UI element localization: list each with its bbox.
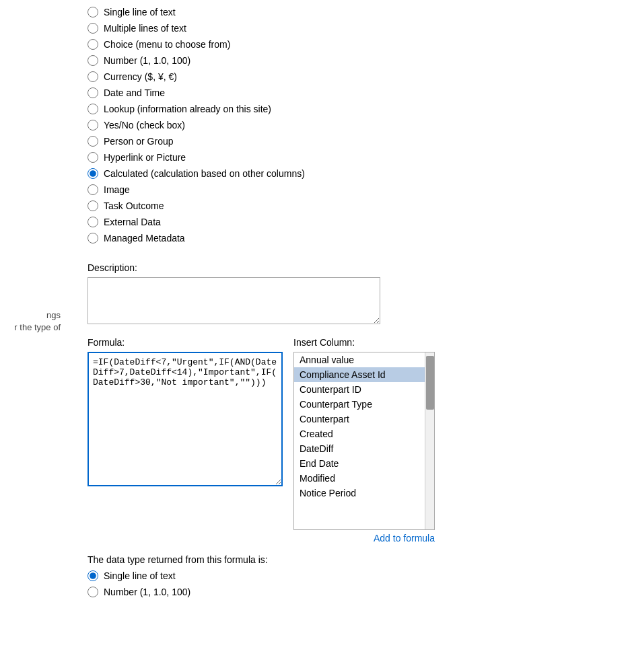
radio-hyperlink[interactable] bbox=[88, 152, 98, 163]
radio-item-number: Number (1, 1.0, 100) bbox=[88, 55, 630, 66]
return-type-section: The data type returned from this formula… bbox=[88, 554, 630, 597]
radio-external-label[interactable]: External Data bbox=[104, 217, 161, 227]
return-type-single: Single line of text bbox=[88, 570, 630, 581]
radio-currency-label[interactable]: Currency ($, ¥, €) bbox=[104, 71, 177, 82]
radio-item-hyperlink: Hyperlink or Picture bbox=[88, 152, 630, 163]
radio-image-label[interactable]: Image bbox=[104, 184, 130, 195]
radio-managed[interactable] bbox=[88, 233, 98, 244]
radio-currency[interactable] bbox=[88, 71, 98, 82]
return-number-label[interactable]: Number (1, 1.0, 100) bbox=[104, 587, 190, 597]
return-type-label: The data type returned from this formula… bbox=[88, 554, 630, 565]
insert-column-section: Insert Column: Annual value Compliance A… bbox=[293, 337, 435, 544]
radio-datetime[interactable] bbox=[88, 87, 98, 98]
sidebar-text: ngs r the type of bbox=[0, 309, 67, 334]
radio-yesno[interactable] bbox=[88, 120, 98, 130]
return-single-label[interactable]: Single line of text bbox=[104, 570, 176, 581]
listbox-item-annual[interactable]: Annual value bbox=[294, 352, 425, 367]
radio-item-single: Single line of text bbox=[88, 7, 630, 17]
radio-item-taskoutcome: Task Outcome bbox=[88, 200, 630, 211]
listbox-item-datediff[interactable]: DateDiff bbox=[294, 441, 425, 456]
radio-image[interactable] bbox=[88, 184, 98, 195]
formula-label: Formula: bbox=[88, 337, 283, 348]
add-to-formula-link[interactable]: Add to formula bbox=[374, 533, 435, 544]
listbox-items-container: Annual value Compliance Asset Id Counter… bbox=[294, 352, 425, 529]
formula-section: Formula: =IF(DateDiff<7,"Urgent",IF(AND(… bbox=[88, 337, 630, 544]
radio-item-multi: Multiple lines of text bbox=[88, 23, 630, 34]
radio-multi-line[interactable] bbox=[88, 23, 98, 34]
listbox-item-created[interactable]: Created bbox=[294, 426, 425, 441]
scrollbar-track[interactable] bbox=[425, 352, 434, 529]
return-radio-single[interactable] bbox=[88, 570, 98, 581]
radio-number[interactable] bbox=[88, 55, 98, 66]
radio-item-managed: Managed Metadata bbox=[88, 233, 630, 244]
radio-person-label[interactable]: Person or Group bbox=[104, 136, 174, 147]
description-group: Description: bbox=[88, 262, 630, 326]
radio-number-label[interactable]: Number (1, 1.0, 100) bbox=[104, 55, 190, 66]
radio-lookup-label[interactable]: Lookup (information already on this site… bbox=[104, 104, 271, 114]
radio-yesno-label[interactable]: Yes/No (check box) bbox=[104, 120, 185, 130]
add-to-formula-container: Add to formula bbox=[293, 533, 435, 544]
radio-item-external: External Data bbox=[88, 217, 630, 227]
return-type-number: Number (1, 1.0, 100) bbox=[88, 587, 630, 597]
page-container: ngs r the type of Single line of text Mu… bbox=[0, 0, 630, 672]
radio-lookup[interactable] bbox=[88, 104, 98, 114]
radio-item-lookup: Lookup (information already on this site… bbox=[88, 104, 630, 114]
radio-person[interactable] bbox=[88, 136, 98, 147]
listbox-item-compliance[interactable]: Compliance Asset Id bbox=[294, 367, 425, 382]
radio-taskoutcome-label[interactable]: Task Outcome bbox=[104, 200, 164, 211]
radio-single-line-label[interactable]: Single line of text bbox=[104, 7, 176, 17]
radio-item-choice: Choice (menu to choose from) bbox=[88, 39, 630, 50]
radio-single-line[interactable] bbox=[88, 7, 98, 17]
scrollbar-thumb bbox=[426, 356, 434, 410]
radio-item-calculated: Calculated (calculation based on other c… bbox=[88, 168, 630, 179]
radio-taskoutcome[interactable] bbox=[88, 200, 98, 211]
radio-choice[interactable] bbox=[88, 39, 98, 50]
radio-hyperlink-label[interactable]: Hyperlink or Picture bbox=[104, 152, 186, 163]
radio-datetime-label[interactable]: Date and Time bbox=[104, 87, 165, 98]
formula-textarea[interactable]: =IF(DateDiff<7,"Urgent",IF(AND(DateDiff>… bbox=[88, 352, 283, 486]
radio-item-datetime: Date and Time bbox=[88, 87, 630, 98]
radio-item-image: Image bbox=[88, 184, 630, 195]
radio-item-yesno: Yes/No (check box) bbox=[88, 120, 630, 130]
listbox-item-counterpartid[interactable]: Counterpart ID bbox=[294, 382, 425, 397]
listbox-item-modified[interactable]: Modified bbox=[294, 471, 425, 486]
radio-managed-label[interactable]: Managed Metadata bbox=[104, 233, 185, 244]
listbox-item-counterparttype[interactable]: Counterpart Type bbox=[294, 397, 425, 412]
radio-multi-line-label[interactable]: Multiple lines of text bbox=[104, 23, 186, 34]
description-label: Description: bbox=[88, 262, 630, 273]
radio-list: Single line of text Multiple lines of te… bbox=[0, 0, 630, 256]
radio-external[interactable] bbox=[88, 217, 98, 227]
insert-column-listbox[interactable]: Annual value Compliance Asset Id Counter… bbox=[293, 352, 435, 530]
listbox-item-noticeperiod[interactable]: Notice Period bbox=[294, 486, 425, 500]
formula-left: Formula: =IF(DateDiff<7,"Urgent",IF(AND(… bbox=[88, 337, 283, 486]
form-section: Description: Formula: =IF(DateDiff<7,"Ur… bbox=[0, 256, 630, 609]
radio-item-currency: Currency ($, ¥, €) bbox=[88, 71, 630, 82]
radio-calculated-label[interactable]: Calculated (calculation based on other c… bbox=[104, 168, 305, 179]
listbox-item-counterpart[interactable]: Counterpart bbox=[294, 412, 425, 426]
return-radio-number[interactable] bbox=[88, 587, 98, 597]
radio-item-person: Person or Group bbox=[88, 136, 630, 147]
radio-choice-label[interactable]: Choice (menu to choose from) bbox=[104, 39, 230, 50]
description-textarea[interactable] bbox=[88, 277, 380, 324]
listbox-item-enddate[interactable]: End Date bbox=[294, 456, 425, 471]
radio-calculated[interactable] bbox=[88, 168, 98, 179]
insert-column-label: Insert Column: bbox=[293, 337, 435, 348]
